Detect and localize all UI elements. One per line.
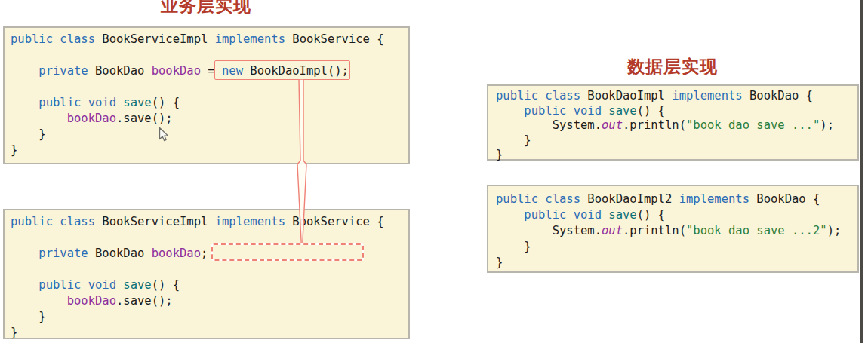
code-token: } <box>496 256 503 269</box>
code-block-bookdaoimpl2: public class BookDaoImpl2 implements Boo… <box>487 185 859 273</box>
code-token: "book dao save ...2" <box>686 224 827 237</box>
code-token: } <box>11 326 17 339</box>
code-token: implements <box>672 89 749 103</box>
code-token: ; <box>201 247 208 260</box>
code-token <box>496 104 524 118</box>
data-layer-title: 数据层实现 <box>627 55 718 78</box>
business-layer-title: 业务层实现 <box>161 0 251 17</box>
code-token <box>11 294 67 308</box>
code-block-bookserviceimpl-with-new: public class BookServiceImpl implements … <box>3 26 410 164</box>
code-token: () { <box>637 104 665 118</box>
code-token: } <box>496 133 531 147</box>
code-line: public class BookServiceImpl implements … <box>11 32 404 47</box>
code-token: BookDao <box>95 64 152 78</box>
code-token: public class <box>11 32 102 46</box>
code-token: .println( <box>623 118 686 132</box>
code-token: bookDao <box>67 294 116 308</box>
code-token: public void <box>38 96 123 109</box>
code-token: bookDao <box>67 112 116 125</box>
code-line <box>11 262 404 277</box>
code-token <box>11 64 38 78</box>
code-token: public class <box>496 89 587 103</box>
code-line: public void save() { <box>11 277 404 293</box>
code-line: public void save() { <box>496 104 853 119</box>
code-token: save <box>608 208 636 222</box>
code-line: public class BookServiceImpl implements … <box>11 214 404 230</box>
code-token <box>496 208 524 222</box>
code-token: } <box>11 127 46 141</box>
code-line: public class BookDaoImpl implements Book… <box>496 89 853 104</box>
code-line: public void save() { <box>496 207 853 223</box>
code-token: } <box>496 148 503 161</box>
code-token: out <box>602 224 623 237</box>
code-token: () { <box>152 278 180 292</box>
code-line: } <box>496 148 853 163</box>
code-token: () { <box>152 96 180 109</box>
code-line: } <box>11 325 404 341</box>
code-line: } <box>496 133 853 149</box>
code-token: bookDao <box>152 64 201 78</box>
code-token: BookServiceImpl <box>102 215 214 228</box>
code-token: save <box>123 278 151 292</box>
code-token <box>11 278 38 292</box>
code-token: BookDao { <box>756 192 820 206</box>
mouse-pointer-icon <box>159 127 169 142</box>
code-line <box>11 79 404 95</box>
code-token: implements <box>215 215 293 228</box>
code-token <box>11 247 38 260</box>
code-token: BookServiceImpl <box>102 32 214 46</box>
code-token: ); <box>827 224 842 237</box>
code-line: } <box>11 309 404 325</box>
dashed-placeholder-border <box>211 243 364 261</box>
code-token: public void <box>38 278 123 292</box>
dashed-placeholder-box <box>211 243 364 261</box>
window-edge-line <box>860 0 863 343</box>
code-token: implements <box>679 192 757 206</box>
code-token: bookDao <box>152 247 201 260</box>
code-token: .save(); <box>116 294 173 308</box>
code-line: } <box>496 255 853 271</box>
code-block-bookserviceimpl-field-only: public class BookServiceImpl implements … <box>3 209 410 339</box>
code-token: () { <box>637 208 665 222</box>
code-token: public class <box>496 192 587 206</box>
code-line: bookDao.save(); <box>11 293 404 309</box>
code-token: .save(); <box>116 112 173 125</box>
injection-arrow <box>294 79 309 244</box>
code-line: System.out.println("book dao save ...2")… <box>496 223 853 239</box>
slide-page: 业务层实现 数据层实现 public class BookServiceImpl… <box>0 0 868 343</box>
code-token: public void <box>524 208 608 222</box>
code-token: public void <box>524 104 608 118</box>
code-token: } <box>496 240 531 253</box>
code-line: } <box>11 142 404 158</box>
code-token: .println( <box>623 224 686 237</box>
code-line: public void save() { <box>11 95 404 111</box>
code-token: BookDao { <box>749 89 813 103</box>
code-token: BookDaoImpl <box>587 89 672 103</box>
code-token: System. <box>496 118 602 132</box>
code-block-bookdaoimpl: public class BookDaoImpl implements Book… <box>487 84 859 161</box>
code-line: bookDao.save(); <box>11 111 404 127</box>
code-token <box>11 96 38 109</box>
code-token: private <box>38 64 95 78</box>
code-token: "book dao save ..." <box>686 118 820 132</box>
code-token: save <box>608 104 636 118</box>
code-line: } <box>11 127 404 142</box>
code-line: } <box>496 239 853 255</box>
code-token: BookService { <box>292 32 383 46</box>
code-token: BookDao <box>95 247 152 260</box>
highlight-box-new-instance <box>214 60 350 80</box>
code-token: out <box>602 118 623 132</box>
code-token <box>11 112 67 125</box>
code-line: public class BookDaoImpl2 implements Boo… <box>496 191 853 207</box>
code-token: ); <box>820 118 834 132</box>
code-token: implements <box>215 32 293 46</box>
code-token: } <box>11 143 17 157</box>
code-token: save <box>123 96 151 109</box>
code-token: } <box>11 310 46 323</box>
code-token: System. <box>496 224 602 237</box>
code-line: System.out.println("book dao save ..."); <box>496 118 853 133</box>
code-token: BookDaoImpl2 <box>587 192 679 206</box>
code-token: public class <box>11 215 102 228</box>
code-token: private <box>38 247 95 260</box>
